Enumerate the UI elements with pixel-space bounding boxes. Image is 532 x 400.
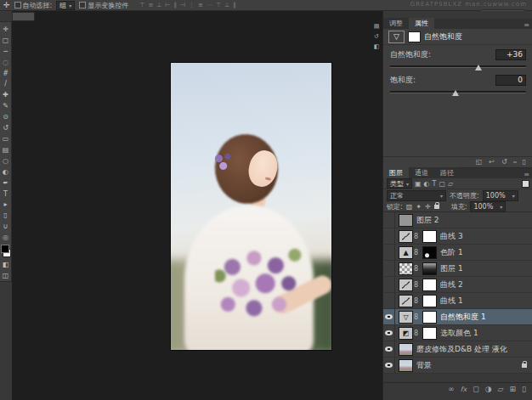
align-right-icon[interactable]: ⊣ [180,3,185,8]
eyedropper-tool[interactable]: / [1,79,11,90]
layer-row-selective-color-1[interactable]: ◩ 8 选取颜色 1 [383,325,532,341]
visibility-toggle[interactable] [383,325,395,341]
link-mask-icon[interactable]: 8 [414,330,418,337]
hand-tool[interactable]: ∪ [1,221,11,232]
reset-adjustment-icon[interactable]: ↺ [501,159,507,166]
tab-paths[interactable]: 路径 [434,167,460,178]
layer-row-curves-1[interactable]: 8 曲线 1 [383,293,532,309]
clone-stamp-tool[interactable]: ⊙ [1,111,11,122]
layer-thumbnail[interactable] [399,262,413,275]
vibrance-adjustment-icon[interactable]: ▽ [399,311,413,324]
fill-dropdown[interactable]: 100% ▾ [470,201,506,212]
crop-tool[interactable]: # [1,68,11,79]
blur-tool[interactable]: ○ [1,155,11,166]
panel-menu-icon[interactable]: ≡ [524,171,529,178]
link-mask-icon[interactable]: 8 [414,281,418,289]
pen-tool[interactable]: ✒ [1,177,11,189]
opacity-dropdown[interactable]: 100% ▾ [483,190,518,201]
photo-document[interactable] [171,63,331,350]
tab-channels[interactable]: 通道 [409,167,434,178]
screen-mode-button[interactable]: ◫ [1,270,11,281]
dodge-tool[interactable]: ◐ [1,166,11,177]
move-tool-icon[interactable]: ✛ [3,2,10,9]
slider-thumb[interactable] [475,65,482,70]
curves-adjustment-icon[interactable] [399,279,413,291]
align-bottom-icon[interactable]: ⊥ [156,3,161,8]
checkbox-icon[interactable] [79,2,86,8]
delete-layer-icon[interactable]: ▯ [522,386,526,393]
marquee-tool[interactable]: ▢ [1,35,11,46]
layer-row-curves-3[interactable]: 8 曲线 3 [383,228,532,245]
tab-properties[interactable]: 属性 [409,18,434,29]
layer-row-retouch[interactable]: 磨皮修饰及D&B 处理 液化 [383,341,532,358]
collapsed-panel-icon-3[interactable]: ◧ [374,43,380,50]
visibility-toggle[interactable] [383,309,395,324]
layer-row-background[interactable]: 背景 [383,358,532,374]
curves-adjustment-icon[interactable] [399,295,413,307]
show-transform-checkbox[interactable]: 显示变换控件 [79,1,128,10]
link-mask-icon[interactable]: 8 [414,313,418,321]
history-brush-tool[interactable]: ↺ [1,122,11,133]
layer-mask-thumbnail[interactable] [422,230,437,243]
visibility-toggle[interactable] [383,293,395,308]
visibility-toggle[interactable] [383,245,395,260]
layer-mask-thumbnail[interactable] [422,295,437,307]
filter-type-layers-icon[interactable]: T [433,180,437,188]
layer-mask-thumbnail[interactable] [422,262,437,275]
layer-mask-thumbnail[interactable] [422,246,437,259]
canvas-area[interactable]: ▤ ↺ ◧ [12,11,382,400]
layer-mask-thumbnail[interactable] [422,311,437,324]
layer-row-layer-1[interactable]: 8 图层 1 [383,261,532,277]
new-group-icon[interactable]: ▱ [498,386,504,393]
layer-row-curves-2[interactable]: 8 曲线 2 [383,277,532,293]
filter-pixel-layers-icon[interactable]: ▣ [415,180,422,188]
align-top-icon[interactable]: ⊤ [139,3,144,8]
delete-adjustment-icon[interactable]: ▯ [523,159,526,166]
link-mask-icon[interactable]: 8 [414,265,418,273]
levels-adjustment-icon[interactable]: ▲ [399,246,413,259]
auto-select-dropdown[interactable]: 组 ▾ [56,1,75,10]
link-layers-icon[interactable]: ∞ [448,386,455,393]
layer-row-levels-1[interactable]: ▲ 8 色阶 1 [383,245,532,261]
checkbox-icon[interactable] [14,2,21,8]
lasso-tool[interactable]: ∽ [1,46,11,57]
selective-color-adjustment-icon[interactable]: ◩ [399,327,413,340]
eraser-tool[interactable]: ▭ [1,133,11,144]
distribute-vcenter-icon[interactable]: ≡ [198,3,203,8]
add-layer-mask-icon[interactable]: ◻ [473,386,478,393]
visibility-toggle[interactable] [383,358,395,373]
link-mask-icon[interactable]: 8 [414,249,418,256]
type-tool[interactable]: T [1,189,11,200]
tab-adjustments[interactable]: 调整 [383,18,409,29]
saturation-slider[interactable] [390,87,526,97]
visibility-toggle[interactable] [383,277,395,292]
filter-smart-object-icon[interactable]: ▱ [448,180,453,188]
path-selection-tool[interactable]: ▸ [1,200,11,211]
visibility-toggle[interactable] [383,212,395,228]
zoom-tool[interactable]: ◎ [1,232,11,243]
new-adjustment-layer-icon[interactable]: ◑ [485,386,492,393]
tab-layers[interactable]: 图层 [383,167,409,178]
panel-menu-icon[interactable]: ≡ [524,21,529,29]
curves-adjustment-icon[interactable] [399,230,413,243]
layer-row-layer-2[interactable]: 图层 2 [383,212,532,228]
filter-adjustment-layers-icon[interactable]: ◐ [424,180,430,188]
link-mask-icon[interactable]: 8 [414,233,418,240]
blend-mode-dropdown[interactable]: 正常 ▾ [387,190,446,201]
brush-tool[interactable]: ✎ [1,100,11,111]
lock-position-icon[interactable]: ✛ [425,203,431,211]
filter-switch-icon[interactable] [522,180,529,188]
move-tool[interactable]: ✛ [1,24,11,35]
gradient-tool[interactable]: ▤ [1,144,11,155]
saturation-value-field[interactable]: 0 [495,75,526,86]
layer-mask-thumbnail[interactable] [422,327,437,340]
layer-thumbnail[interactable] [399,359,413,372]
slider-thumb[interactable] [452,90,459,96]
vibrance-value-field[interactable]: +36 [495,49,526,60]
new-layer-icon[interactable]: ⊞ [510,386,517,393]
align-vcenter-icon[interactable]: ≡ [148,3,153,8]
lock-transparency-icon[interactable]: ▨ [406,203,413,211]
layer-mask-thumbnail[interactable] [422,279,437,291]
collapsed-panel-icon-2[interactable]: ↺ [374,33,379,40]
distribute-bottom-icon[interactable]: ⋯ [207,3,212,8]
